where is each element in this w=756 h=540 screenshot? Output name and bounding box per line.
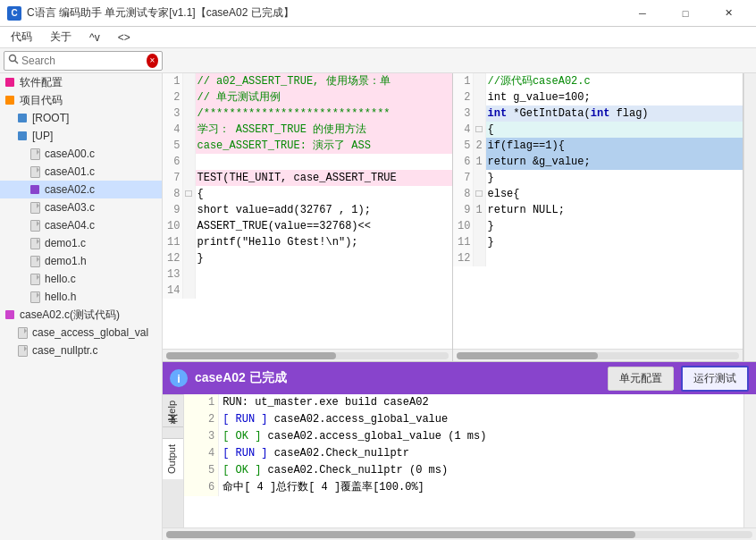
right-fold-col[interactable] — [473, 170, 485, 186]
right-code-content[interactable]: else{ — [485, 186, 743, 202]
right-fold-col[interactable] — [473, 105, 485, 122]
output-hscroll[interactable] — [163, 527, 756, 540]
right-code-content[interactable]: } — [485, 218, 743, 234]
left-code-content[interactable]: short value=add(32767 , 1); — [195, 202, 452, 218]
right-code-content[interactable]: return NULL; — [485, 202, 743, 218]
left-hscroll[interactable] — [163, 349, 452, 361]
left-code-content[interactable]: /***************************** — [195, 105, 452, 122]
left-code-content[interactable]: TEST(THE_UNIT, case_ASSERT_TRUE — [195, 170, 452, 186]
left-fold-col[interactable] — [182, 266, 195, 283]
left-fold-col[interactable] — [182, 202, 195, 218]
minimize-button[interactable]: ─ — [622, 0, 663, 27]
right-code-content[interactable]: int g_value=100; — [485, 89, 743, 105]
maximize-button[interactable]: □ — [665, 0, 706, 27]
left-fold-col[interactable] — [182, 218, 195, 234]
right-code-content[interactable]: if(flag==1){ — [485, 138, 743, 154]
right-code-row: 2 int g_value=100; — [453, 89, 743, 105]
sidebar-item-caseA03c[interactable]: caseA03.c — [0, 198, 162, 216]
left-code-scroll[interactable]: 1// a02_ASSERT_TRUE, 使用场景：单2// 单元测试用例3/*… — [163, 73, 452, 349]
right-code-row: 61 return &g_value; — [453, 154, 743, 170]
svg-point-0 — [10, 55, 16, 62]
sidebar-icon-caseA01c — [29, 165, 41, 178]
left-fold-col[interactable] — [182, 234, 195, 250]
left-fold-col[interactable] — [182, 170, 195, 186]
left-code-content[interactable]: printf("Hello Gtest!\n"); — [195, 234, 452, 250]
right-code-content[interactable]: } — [485, 234, 743, 250]
left-fold-col[interactable] — [182, 138, 195, 154]
output-vscroll[interactable] — [743, 394, 756, 527]
side-tab-output[interactable]: Output — [163, 438, 183, 479]
unit-config-button[interactable]: 单元配置 — [608, 367, 674, 391]
menu-about[interactable]: 关于 — [43, 28, 79, 46]
left-code-content[interactable]: case_ASSERT_TRUE: 演示了 ASS — [195, 138, 452, 154]
left-fold-col[interactable]: □ — [182, 186, 195, 202]
right-code-content[interactable]: } — [485, 170, 743, 186]
sidebar-item-caseA00c[interactable]: caseA00.c — [0, 145, 162, 163]
left-code-panel: 1// a02_ASSERT_TRUE, 使用场景：单2// 单元测试用例3/*… — [163, 73, 453, 361]
left-fold-col[interactable] — [182, 105, 195, 122]
menu-nav2[interactable]: <> — [111, 30, 138, 46]
left-code-content[interactable] — [195, 154, 452, 170]
search-input[interactable] — [21, 55, 147, 67]
right-fold-col[interactable]: 2 — [473, 138, 485, 154]
menu-code[interactable]: 代码 — [4, 28, 39, 46]
sidebar-item-caseA04c[interactable]: caseA04.c — [0, 216, 162, 234]
left-code-row: 12} — [163, 250, 452, 266]
left-fold-col[interactable] — [182, 283, 195, 299]
left-code-content[interactable]: // a02_ASSERT_TRUE, 使用场景：单 — [195, 73, 452, 89]
left-line-num: 8 — [163, 186, 182, 202]
sidebar-item-caseA02c[interactable]: caseA02.c — [0, 181, 162, 198]
output-table: 1RUN: ut_master.exe build caseA022[ RUN … — [184, 394, 743, 496]
sidebar-item-software-config[interactable]: 软件配置 — [0, 73, 162, 91]
right-code-content[interactable] — [485, 250, 743, 266]
right-line-num: 8 — [453, 186, 473, 202]
left-code-content[interactable] — [195, 283, 452, 299]
search-clear-button[interactable]: × — [147, 54, 158, 68]
right-fold-col[interactable]: 1 — [473, 154, 485, 170]
right-hscroll[interactable] — [453, 349, 743, 361]
left-code-content[interactable]: 学习： ASSERT_TRUE 的使用方法 — [195, 122, 452, 138]
left-line-num: 6 — [163, 154, 182, 170]
right-code-scroll[interactable]: 1//源代码caseA02.c2 int g_value=100;3int *G… — [453, 73, 743, 349]
sidebar-item-demo1h[interactable]: demo1.h — [0, 252, 162, 270]
sidebar-item-demo1c[interactable]: demo1.c — [0, 234, 162, 252]
right-fold-col[interactable] — [473, 250, 485, 266]
side-tab-related[interactable]: 关文 — [163, 426, 183, 438]
sidebar-item-helloc[interactable]: hello.c — [0, 270, 162, 288]
left-fold-col[interactable] — [182, 89, 195, 105]
close-button[interactable]: ✕ — [708, 0, 749, 27]
right-fold-col[interactable] — [473, 218, 485, 234]
right-code-content[interactable]: //源代码caseA02.c — [485, 73, 743, 89]
sidebar-item-case_access[interactable]: case_access_global_val — [0, 324, 162, 342]
right-fold-col[interactable]: □ — [473, 186, 485, 202]
left-fold-col[interactable] — [182, 122, 195, 138]
right-fold-col[interactable] — [473, 73, 485, 89]
sidebar-item-helloh[interactable]: hello.h — [0, 288, 162, 306]
sidebar-item-case_nullptr[interactable]: case_nullptr.c — [0, 342, 162, 359]
left-fold-col[interactable] — [182, 154, 195, 170]
right-fold-col[interactable] — [473, 89, 485, 105]
right-code-content[interactable]: return &g_value; — [485, 154, 743, 170]
right-fold-col[interactable] — [473, 234, 485, 250]
right-code-content[interactable]: int *GetIntData(int flag) — [485, 105, 743, 122]
left-code-content[interactable]: ASSERT_TRUE(value==32768)<< — [195, 218, 452, 234]
right-fold-col[interactable]: □ — [473, 122, 485, 138]
menu-nav1[interactable]: ^v — [82, 30, 107, 46]
left-code-content[interactable]: { — [195, 186, 452, 202]
side-tab-help[interactable]: Help — [163, 394, 183, 426]
run-test-button[interactable]: 运行测试 — [681, 366, 749, 392]
left-code-content[interactable]: } — [195, 250, 452, 266]
sidebar-item-root[interactable]: [ROOT] — [0, 109, 162, 127]
left-fold-col[interactable] — [182, 73, 195, 89]
right-fold-col[interactable]: 1 — [473, 202, 485, 218]
sidebar-item-up[interactable]: [UP] — [0, 127, 162, 145]
left-code-content[interactable]: // 单元测试用例 — [195, 89, 452, 105]
sidebar-item-project-code[interactable]: 项目代码 — [0, 91, 162, 109]
sidebar-item-caseA02-test[interactable]: caseA02.c(测试代码) — [0, 306, 162, 324]
sidebar-item-caseA01c[interactable]: caseA01.c — [0, 163, 162, 181]
left-code-content[interactable] — [195, 266, 452, 283]
output-area[interactable]: 1RUN: ut_master.exe build caseA022[ RUN … — [184, 394, 743, 527]
right-vscroll[interactable] — [743, 73, 756, 361]
left-fold-col[interactable] — [182, 250, 195, 266]
right-code-content[interactable]: { — [485, 122, 743, 138]
